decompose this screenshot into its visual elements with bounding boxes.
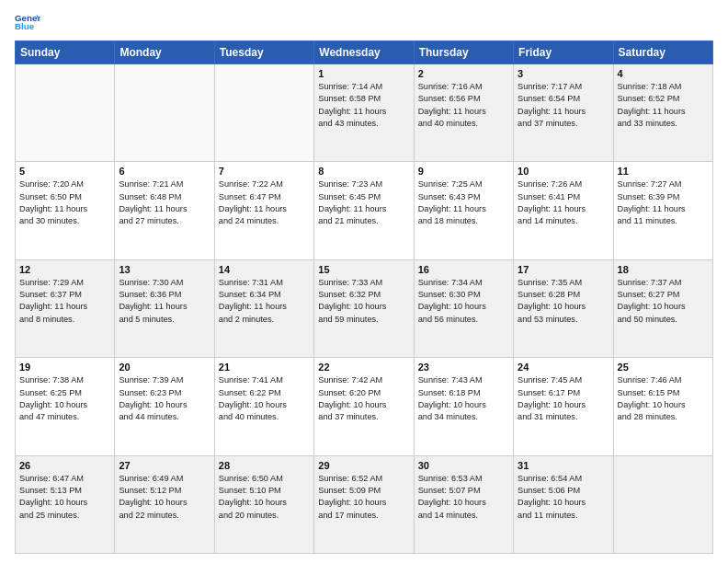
day-cell (115, 64, 214, 162)
day-info: Sunrise: 7:27 AM Sunset: 6:39 PM Dayligh… (618, 178, 709, 227)
day-info: Sunrise: 7:46 AM Sunset: 6:15 PM Dayligh… (618, 374, 709, 423)
day-info: Sunrise: 7:33 AM Sunset: 6:32 PM Dayligh… (318, 277, 409, 326)
day-info: Sunrise: 6:47 AM Sunset: 5:13 PM Dayligh… (19, 473, 110, 522)
day-cell: 3Sunrise: 7:17 AM Sunset: 6:54 PM Daylig… (514, 64, 613, 162)
day-info: Sunrise: 7:14 AM Sunset: 6:58 PM Dayligh… (318, 81, 409, 130)
day-info: Sunrise: 7:17 AM Sunset: 6:54 PM Dayligh… (518, 81, 609, 130)
day-info: Sunrise: 7:29 AM Sunset: 6:37 PM Dayligh… (19, 277, 110, 326)
day-info: Sunrise: 7:41 AM Sunset: 6:22 PM Dayligh… (219, 374, 310, 423)
day-cell: 8Sunrise: 7:23 AM Sunset: 6:45 PM Daylig… (314, 162, 414, 259)
day-cell: 12Sunrise: 7:29 AM Sunset: 6:37 PM Dayli… (16, 259, 115, 357)
day-number: 25 (618, 362, 709, 373)
day-number: 22 (318, 362, 409, 373)
weekday-header-saturday: Saturday (613, 41, 712, 64)
day-number: 30 (418, 460, 509, 471)
day-cell: 29Sunrise: 6:52 AM Sunset: 5:09 PM Dayli… (314, 455, 414, 553)
day-number: 8 (318, 166, 409, 177)
weekday-header-monday: Monday (115, 41, 214, 64)
day-number: 10 (518, 166, 609, 177)
day-cell: 6Sunrise: 7:21 AM Sunset: 6:48 PM Daylig… (115, 162, 214, 259)
week-row-4: 19Sunrise: 7:38 AM Sunset: 6:25 PM Dayli… (16, 358, 713, 455)
day-cell: 27Sunrise: 6:49 AM Sunset: 5:12 PM Dayli… (115, 455, 214, 553)
day-cell: 10Sunrise: 7:26 AM Sunset: 6:41 PM Dayli… (514, 162, 613, 259)
day-cell: 1Sunrise: 7:14 AM Sunset: 6:58 PM Daylig… (314, 64, 414, 162)
day-number: 1 (318, 68, 409, 79)
day-number: 17 (518, 264, 609, 275)
day-info: Sunrise: 7:25 AM Sunset: 6:43 PM Dayligh… (418, 178, 509, 227)
day-number: 6 (119, 166, 210, 177)
day-number: 14 (219, 264, 310, 275)
day-number: 18 (618, 264, 709, 275)
day-info: Sunrise: 7:22 AM Sunset: 6:47 PM Dayligh… (219, 178, 310, 227)
day-info: Sunrise: 7:30 AM Sunset: 6:36 PM Dayligh… (119, 277, 210, 326)
week-row-1: 1Sunrise: 7:14 AM Sunset: 6:58 PM Daylig… (16, 64, 713, 162)
weekday-header-friday: Friday (514, 41, 613, 64)
week-row-2: 5Sunrise: 7:20 AM Sunset: 6:50 PM Daylig… (16, 162, 713, 259)
page: General Blue SundayMondayTuesdayWednesda… (0, 0, 728, 563)
day-info: Sunrise: 7:45 AM Sunset: 6:17 PM Dayligh… (518, 374, 609, 423)
day-info: Sunrise: 7:23 AM Sunset: 6:45 PM Dayligh… (318, 178, 409, 227)
day-info: Sunrise: 7:26 AM Sunset: 6:41 PM Dayligh… (518, 178, 609, 227)
day-number: 19 (19, 362, 110, 373)
day-cell: 14Sunrise: 7:31 AM Sunset: 6:34 PM Dayli… (214, 259, 313, 357)
day-cell: 20Sunrise: 7:39 AM Sunset: 6:23 PM Dayli… (115, 358, 214, 455)
day-info: Sunrise: 6:50 AM Sunset: 5:10 PM Dayligh… (219, 473, 310, 522)
day-cell: 26Sunrise: 6:47 AM Sunset: 5:13 PM Dayli… (16, 455, 115, 553)
day-number: 2 (418, 68, 509, 79)
day-info: Sunrise: 7:34 AM Sunset: 6:30 PM Dayligh… (418, 277, 509, 326)
day-number: 24 (518, 362, 609, 373)
day-cell (214, 64, 313, 162)
day-info: Sunrise: 7:38 AM Sunset: 6:25 PM Dayligh… (19, 374, 110, 423)
day-info: Sunrise: 6:52 AM Sunset: 5:09 PM Dayligh… (318, 473, 409, 522)
weekday-header-thursday: Thursday (414, 41, 513, 64)
day-number: 9 (418, 166, 509, 177)
day-info: Sunrise: 6:53 AM Sunset: 5:07 PM Dayligh… (418, 473, 509, 522)
day-cell: 24Sunrise: 7:45 AM Sunset: 6:17 PM Dayli… (514, 358, 613, 455)
day-cell: 28Sunrise: 6:50 AM Sunset: 5:10 PM Dayli… (214, 455, 313, 553)
day-number: 20 (119, 362, 210, 373)
day-number: 15 (318, 264, 409, 275)
day-number: 3 (518, 68, 609, 79)
weekday-header-row: SundayMondayTuesdayWednesdayThursdayFrid… (16, 41, 713, 64)
day-number: 27 (119, 460, 210, 471)
day-number: 11 (618, 166, 709, 177)
day-cell: 16Sunrise: 7:34 AM Sunset: 6:30 PM Dayli… (414, 259, 513, 357)
week-row-5: 26Sunrise: 6:47 AM Sunset: 5:13 PM Dayli… (16, 455, 713, 553)
day-cell: 21Sunrise: 7:41 AM Sunset: 6:22 PM Dayli… (214, 358, 313, 455)
logo-icon: General Blue (15, 9, 40, 35)
day-number: 7 (219, 166, 310, 177)
day-number: 31 (518, 460, 609, 471)
svg-text:Blue: Blue (15, 21, 35, 31)
day-info: Sunrise: 7:16 AM Sunset: 6:56 PM Dayligh… (418, 81, 509, 130)
day-cell: 11Sunrise: 7:27 AM Sunset: 6:39 PM Dayli… (613, 162, 712, 259)
day-cell: 17Sunrise: 7:35 AM Sunset: 6:28 PM Dayli… (514, 259, 613, 357)
day-info: Sunrise: 7:18 AM Sunset: 6:52 PM Dayligh… (618, 81, 709, 130)
day-cell: 7Sunrise: 7:22 AM Sunset: 6:47 PM Daylig… (214, 162, 313, 259)
day-cell: 5Sunrise: 7:20 AM Sunset: 6:50 PM Daylig… (16, 162, 115, 259)
day-info: Sunrise: 6:49 AM Sunset: 5:12 PM Dayligh… (119, 473, 210, 522)
day-info: Sunrise: 7:37 AM Sunset: 6:27 PM Dayligh… (618, 277, 709, 326)
week-row-3: 12Sunrise: 7:29 AM Sunset: 6:37 PM Dayli… (16, 259, 713, 357)
logo: General Blue (15, 9, 40, 35)
day-cell (613, 455, 712, 553)
calendar-table: SundayMondayTuesdayWednesdayThursdayFrid… (15, 40, 713, 554)
header: General Blue (15, 9, 713, 35)
day-number: 26 (19, 460, 110, 471)
day-number: 12 (19, 264, 110, 275)
day-cell: 15Sunrise: 7:33 AM Sunset: 6:32 PM Dayli… (314, 259, 414, 357)
day-cell: 22Sunrise: 7:42 AM Sunset: 6:20 PM Dayli… (314, 358, 414, 455)
day-info: Sunrise: 7:31 AM Sunset: 6:34 PM Dayligh… (219, 277, 310, 326)
day-number: 5 (19, 166, 110, 177)
day-cell: 25Sunrise: 7:46 AM Sunset: 6:15 PM Dayli… (613, 358, 712, 455)
day-number: 4 (618, 68, 709, 79)
day-number: 29 (318, 460, 409, 471)
day-number: 23 (418, 362, 509, 373)
day-info: Sunrise: 7:39 AM Sunset: 6:23 PM Dayligh… (119, 374, 210, 423)
weekday-header-wednesday: Wednesday (314, 41, 414, 64)
day-cell: 19Sunrise: 7:38 AM Sunset: 6:25 PM Dayli… (16, 358, 115, 455)
day-cell (16, 64, 115, 162)
day-cell: 13Sunrise: 7:30 AM Sunset: 6:36 PM Dayli… (115, 259, 214, 357)
day-cell: 30Sunrise: 6:53 AM Sunset: 5:07 PM Dayli… (414, 455, 513, 553)
day-cell: 31Sunrise: 6:54 AM Sunset: 5:06 PM Dayli… (514, 455, 613, 553)
day-number: 16 (418, 264, 509, 275)
